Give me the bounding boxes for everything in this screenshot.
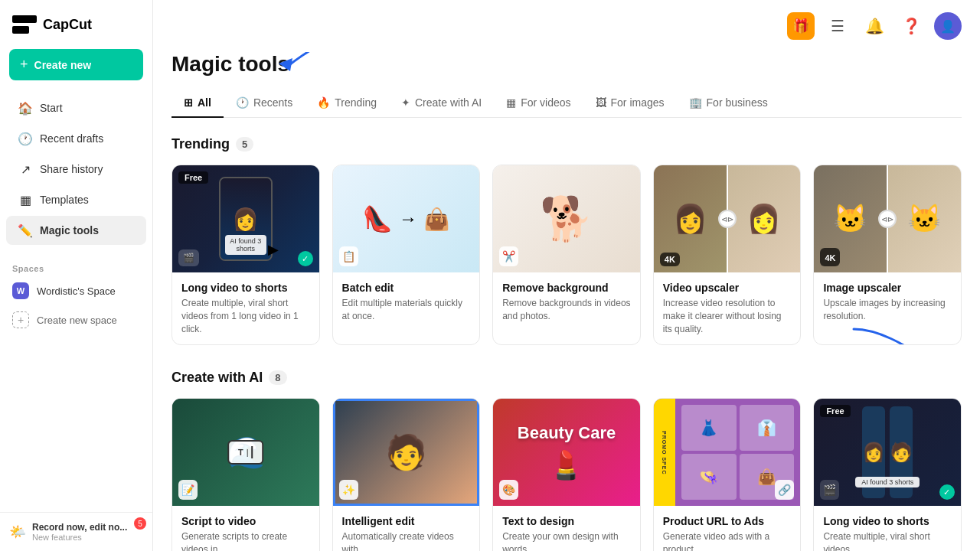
card-body-script: Script to video Generate scripts to crea…: [172, 506, 319, 551]
img-upscaler-badge: 4K: [820, 248, 840, 266]
arrow-right: →: [399, 208, 417, 230]
bell-icon[interactable]: 🔔: [861, 12, 888, 40]
card-script-to-video[interactable]: 🌊 T | 📝 Script to video Generate scripts…: [172, 398, 320, 551]
batch-icon: 📋: [339, 246, 358, 266]
text-input-preview: T |: [227, 440, 264, 465]
card-title: Long video to shorts: [181, 282, 310, 294]
shoe-emoji: 👠: [362, 204, 393, 233]
card-desc-product-url: Generate video ads with a product...: [663, 530, 792, 551]
tab-trending[interactable]: 🔥 Trending: [305, 89, 389, 118]
sidebar-item-templates[interactable]: ▦ Templates: [6, 185, 146, 214]
card-product-url-ads[interactable]: PROMO SPEC 👗 👔 👒 👜 🔗 Produc: [653, 398, 802, 551]
long-video-icon-2: 🎬: [820, 480, 839, 500]
card-image-remove-bg: 🐕 ✂️: [493, 165, 640, 272]
card-body-text-design: Text to design Create your own design wi…: [493, 506, 640, 551]
tab-for-images[interactable]: 🖼 For images: [583, 89, 677, 118]
card-text-to-design[interactable]: Beauty Care 💄 🎨 Text to design Create yo…: [492, 398, 641, 551]
video-upscaler-badge: 4K: [660, 253, 680, 266]
create-ai-cards: 🌊 T | 📝 Script to video Generate scripts…: [172, 398, 962, 551]
sun-icon: 🌤️: [9, 523, 26, 540]
templates-icon: ▦: [18, 193, 32, 207]
logo-text: CapCut: [43, 17, 92, 33]
card-long-video-to-shorts[interactable]: Free 👩 AI found 3 shorts ▶ ✓ 🎬: [172, 165, 320, 345]
svg-rect-1: [12, 26, 29, 34]
check-icon: ✓: [298, 251, 313, 266]
free-badge: Free: [178, 171, 208, 184]
dog-emoji: 🐕: [540, 194, 593, 244]
tab-videos-label: For videos: [521, 96, 570, 109]
card-image-upscaler[interactable]: 🐱 ⊲⊳ 🐱 4K Image upscaler: [813, 165, 962, 345]
card-body-long-video-2: Long video to shorts Create multiple, vi…: [814, 506, 961, 551]
card-desc-batch: Edit multiple materials quickly at once.: [342, 297, 471, 323]
card-title-script: Script to video: [181, 515, 310, 527]
list-icon[interactable]: ☰: [824, 12, 851, 40]
record-text: Record now, edit no... New features: [32, 522, 127, 542]
images-tab-icon: 🖼: [596, 96, 606, 109]
capcut-logo-icon: [12, 15, 37, 34]
logo[interactable]: CapCut: [0, 0, 152, 46]
help-icon[interactable]: ❓: [897, 12, 925, 40]
check-icon-2: ✓: [939, 484, 955, 500]
sidebar-item-templates-label: Templates: [40, 194, 89, 206]
sidebar-item-share-label: Share history: [40, 163, 103, 175]
tab-images-label: For images: [611, 96, 665, 109]
wordistic-space[interactable]: W Wordistic's Space: [0, 276, 152, 305]
card-title-text-design: Text to design: [502, 515, 631, 527]
content-area: Magic tools ⊞ All 🕐 Recents 🔥 Trending: [153, 52, 980, 551]
card-body-product-url: Product URL to Ads Generate video ads wi…: [654, 506, 801, 551]
batch-preview: 👠 → 👜: [362, 204, 450, 233]
sidebar-item-share-history[interactable]: ↗ Share history: [6, 155, 146, 184]
magic-tools-icon: ✏️: [18, 223, 32, 237]
card-image-script: 🌊 T | 📝: [172, 399, 319, 506]
sidebar-item-recent-drafts[interactable]: 🕐 Recent drafts: [6, 124, 146, 153]
record-now-button[interactable]: 🌤️ Record now, edit no... New features 5: [9, 522, 143, 542]
create-ai-section-header: Create with AI 8: [172, 370, 962, 386]
space-avatar: W: [12, 282, 29, 299]
card-body-batch: Batch edit Edit multiple materials quick…: [333, 272, 480, 332]
trending-title: Trending: [172, 136, 230, 152]
sidebar-item-recent-label: Recent drafts: [40, 132, 103, 145]
card-title-video-upscaler: Video upscaler: [663, 282, 792, 294]
card-long-video-shorts-2[interactable]: 👩 🧑 AI found 3 shorts ✓ Free 🎬 Long vide…: [813, 398, 962, 551]
card-batch-edit[interactable]: 👠 → 👜 📋 Batch edit Edit multiple materia…: [332, 165, 481, 345]
ai-icon: ✦: [401, 96, 410, 109]
card-video-upscaler[interactable]: 👩 ⊲⊳ 👩 4K Video upscaler: [653, 165, 802, 345]
card-intelligent-edit[interactable]: 🧑 ✨ Intelligent edit Automatically creat…: [332, 398, 481, 551]
tab-create-with-ai[interactable]: ✦ Create with AI: [389, 89, 494, 118]
intelligent-icon: ✨: [339, 480, 358, 500]
create-ai-title: Create with AI: [172, 370, 263, 386]
create-new-space[interactable]: + Create new space: [0, 305, 152, 334]
sidebar-bottom: 🌤️ Record now, edit no... New features 5: [0, 512, 152, 551]
card-remove-background[interactable]: 🐕 ✂️ Remove background Remove background…: [492, 165, 641, 345]
sidebar-item-magic-tools[interactable]: ✏️ Magic tools: [6, 216, 146, 245]
create-ai-count: 8: [269, 370, 286, 385]
tab-for-videos[interactable]: ▦ For videos: [494, 89, 583, 118]
filter-tabs: ⊞ All 🕐 Recents 🔥 Trending ✦ Create with…: [172, 89, 962, 118]
recents-icon: 🕐: [236, 96, 249, 109]
share-icon: ↗: [18, 162, 32, 176]
topbar: 🎁 ☰ 🔔 ❓ 👤: [153, 0, 980, 52]
tab-create-ai-label: Create with AI: [415, 96, 482, 109]
tab-all[interactable]: ⊞ All: [172, 89, 224, 118]
home-icon: 🏠: [18, 101, 32, 115]
card-title-product-url: Product URL to Ads: [663, 515, 792, 527]
card-image-intelligent: 🧑 ✨: [333, 399, 480, 506]
gift-icon[interactable]: 🎁: [787, 12, 815, 40]
card-title-image-upscaler: Image upscaler: [823, 282, 952, 294]
create-new-button[interactable]: + Create new: [9, 49, 143, 80]
multi-phone-preview: 👩 🧑: [856, 400, 919, 504]
user-avatar[interactable]: 👤: [934, 12, 962, 40]
blue-arrow-upscaler: [846, 321, 938, 345]
tab-recents[interactable]: 🕐 Recents: [224, 89, 305, 118]
sidebar-item-start[interactable]: 🏠 Start: [6, 93, 146, 122]
trending-section-header: Trending 5: [172, 136, 962, 152]
sidebar-item-start-label: Start: [40, 102, 63, 114]
clock-icon: 🕐: [18, 132, 32, 145]
business-icon: 🏢: [689, 96, 702, 109]
trending-count: 5: [236, 137, 253, 152]
spaces-section-label: Spaces: [0, 258, 152, 276]
plus-icon: +: [20, 57, 28, 73]
card-body-intelligent: Intelligent edit Automatically create vi…: [333, 506, 480, 551]
tab-for-business[interactable]: 🏢 For business: [677, 89, 780, 118]
space-name: Wordistic's Space: [37, 285, 116, 297]
